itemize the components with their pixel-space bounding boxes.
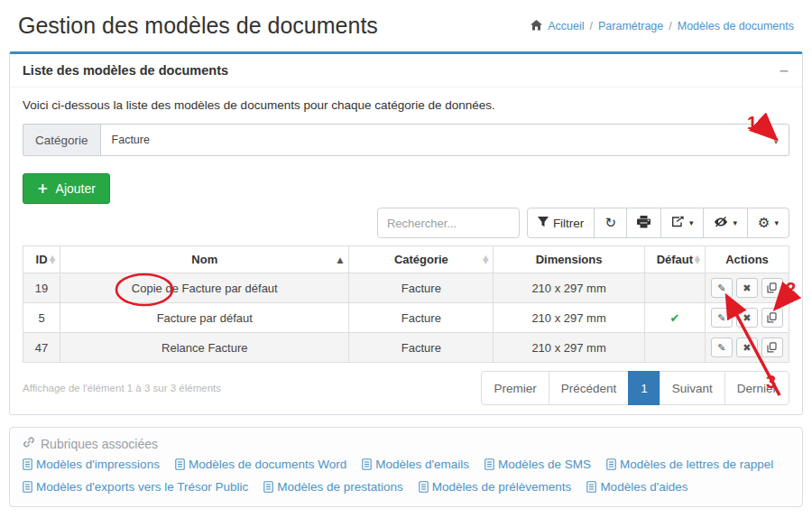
category-select[interactable]: Facture ∨	[100, 124, 789, 156]
add-button-label: Ajouter	[56, 181, 96, 196]
pagination-summary: Affichage de l'élément 1 à 3 sur 3 éléme…	[23, 383, 221, 393]
related-title: Rubriques associées	[23, 436, 789, 451]
toggle-columns-button[interactable]: ▾	[703, 208, 748, 238]
panel-heading: Liste des modèles de documents −	[10, 54, 802, 88]
table-row: 47 Relance Facture Facture 210 x 297 mm …	[23, 333, 789, 363]
settings-button[interactable]: ⚙ ▾	[747, 208, 789, 238]
cell-categorie: Facture	[349, 303, 494, 333]
cell-id: 5	[23, 303, 60, 333]
filter-button-label: Filtrer	[553, 217, 585, 230]
chevron-down-icon: ∨	[772, 134, 780, 146]
sort-icon: ▲▼	[695, 255, 700, 264]
panel-title: Liste des modèles de documents	[23, 63, 228, 78]
related-link[interactable]: Modèles de prélèvements	[419, 476, 572, 497]
default-check-icon: ✔	[644, 303, 705, 333]
cell-dimensions: 210 x 297 mm	[494, 273, 644, 303]
related-link[interactable]: Modèles de lettres de rappel	[606, 454, 773, 475]
add-button[interactable]: + Ajouter	[23, 173, 110, 204]
cell-categorie: Facture	[349, 333, 494, 363]
breadcrumb-separator: /	[669, 20, 671, 32]
pagination-page-1[interactable]: 1	[628, 371, 660, 405]
caret-down-icon: ▾	[774, 218, 779, 227]
duplicate-button[interactable]	[761, 278, 783, 298]
sort-icon: ▲▼	[50, 255, 55, 264]
funnel-icon	[538, 217, 549, 230]
page-title: Gestion des modèles de documents	[18, 13, 378, 39]
breadcrumb-current[interactable]: Modèles de documents	[678, 20, 794, 32]
delete-button[interactable]: ✖	[736, 278, 758, 298]
pagination-prev[interactable]: Précédent	[549, 371, 630, 405]
pagination-next[interactable]: Suivant	[660, 371, 725, 405]
plus-icon: +	[37, 180, 49, 197]
panel-body: Voici ci-dessous la liste des modèles de…	[10, 88, 802, 414]
home-icon	[531, 20, 542, 32]
caret-down-icon: ▾	[689, 218, 694, 227]
delete-button[interactable]: ✖	[736, 308, 758, 328]
pagination-last[interactable]: Dernier	[724, 371, 789, 405]
filter-button[interactable]: Filtrer	[527, 208, 595, 238]
related-links: Modèles d'impressionsModèles de document…	[23, 454, 789, 499]
templates-panel: Liste des modèles de documents − Voici c…	[9, 51, 803, 415]
category-selected-value: Facture	[112, 134, 150, 146]
search-input[interactable]	[377, 208, 520, 238]
gear-icon: ⚙	[758, 217, 770, 230]
templates-table: ID ▲▼ Nom ▲ Catégorie ▲▼ Dimensions	[23, 245, 789, 363]
cell-nom: Copie de Facture par défaut	[60, 273, 349, 303]
related-link[interactable]: Modèles d'aides	[586, 476, 687, 497]
cell-defaut	[644, 333, 705, 363]
printer-icon	[637, 216, 651, 231]
column-header-id[interactable]: ID ▲▼	[23, 246, 60, 273]
cell-id: 19	[23, 273, 60, 303]
edit-button[interactable]: ✎	[711, 338, 733, 357]
pagination: Premier Précédent 1 Suivant Dernier	[481, 371, 789, 405]
related-link[interactable]: Modèles d'exports vers le Trésor Public	[23, 476, 248, 497]
page-header: Gestion des modèles de documents Accueil…	[0, 0, 812, 48]
category-label: Catégorie	[23, 124, 100, 156]
cell-actions: ✎ ✖	[705, 333, 789, 363]
category-group: Catégorie Facture ∨	[23, 124, 789, 156]
pagination-first[interactable]: Premier	[481, 371, 549, 405]
print-button[interactable]	[626, 208, 661, 238]
delete-button[interactable]: ✖	[736, 338, 758, 357]
breadcrumb: Accueil / Paramétrage / Modèles de docum…	[531, 20, 794, 32]
breadcrumb-link-parametrage[interactable]: Paramétrage	[598, 20, 663, 32]
column-header-defaut[interactable]: Défaut ▲▼	[644, 246, 705, 273]
intro-text: Voici ci-dessous la liste des modèles de…	[23, 98, 789, 112]
table-header-row: ID ▲▼ Nom ▲ Catégorie ▲▼ Dimensions	[23, 246, 789, 273]
column-header-categorie[interactable]: Catégorie ▲▼	[349, 246, 494, 273]
related-link[interactable]: Modèles de SMS	[484, 454, 591, 475]
related-panel: Rubriques associées Modèles d'impression…	[9, 427, 803, 507]
eye-slash-icon	[714, 217, 728, 230]
related-link[interactable]: Modèles d'emails	[362, 454, 469, 475]
sort-icon: ▲▼	[483, 255, 488, 264]
sort-ascending-icon: ▲	[337, 255, 343, 264]
cell-defaut	[644, 273, 705, 303]
table-toolbar: Filtrer ↻ ▾ ▾ ⚙ ▾	[23, 208, 789, 238]
duplicate-button[interactable]	[761, 338, 783, 357]
collapse-icon[interactable]: −	[779, 64, 789, 77]
toolbar-button-group: Filtrer ↻ ▾ ▾ ⚙ ▾	[527, 208, 789, 238]
breadcrumb-link-accueil[interactable]: Accueil	[548, 20, 584, 32]
column-header-dimensions[interactable]: Dimensions	[494, 246, 644, 273]
related-link[interactable]: Modèles de prestations	[263, 476, 403, 497]
refresh-button[interactable]: ↻	[594, 208, 627, 238]
cell-categorie: Facture	[349, 273, 494, 303]
duplicate-button[interactable]	[761, 308, 783, 328]
column-header-nom[interactable]: Nom ▲	[60, 246, 349, 273]
cell-nom: Facture par défaut	[60, 303, 349, 333]
related-link[interactable]: Modèles d'impressions	[23, 454, 160, 475]
cell-nom: Relance Facture	[60, 333, 349, 363]
edit-button[interactable]: ✎	[711, 278, 733, 298]
edit-button[interactable]: ✎	[711, 308, 733, 328]
export-button[interactable]: ▾	[660, 208, 705, 238]
cell-actions: ✎ ✖	[705, 303, 789, 333]
table-row: 19 Copie de Facture par défaut Facture 2…	[23, 273, 789, 303]
breadcrumb-separator: /	[590, 20, 593, 32]
cell-actions: ✎ ✖	[705, 273, 789, 303]
link-chain-icon	[23, 436, 35, 451]
caret-down-icon: ▾	[733, 218, 737, 227]
related-link[interactable]: Modèles de documents Word	[175, 454, 346, 475]
refresh-icon: ↻	[604, 217, 616, 230]
table-footer: Affichage de l'élément 1 à 3 sur 3 éléme…	[23, 371, 789, 405]
column-header-actions: Actions	[705, 246, 789, 273]
